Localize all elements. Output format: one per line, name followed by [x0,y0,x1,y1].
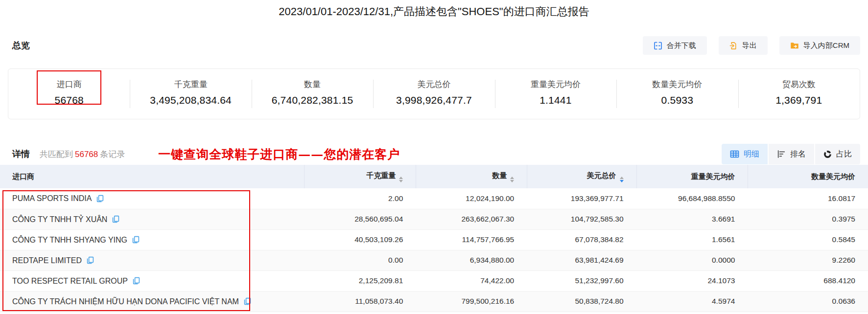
column-header[interactable]: 千克重量 [304,165,416,188]
match-count: 56768 [73,150,100,159]
import-crm-button[interactable]: 导入内部CRM [779,36,860,55]
tab-proportion-label: 占比 [836,149,852,159]
table-row[interactable]: CÔNG TY TRÁCH NHIỆM HỮU HẠN DONA PACIFIC… [0,291,868,312]
stat-value: 6,740,282,381.15 [252,94,373,106]
cell-usd: 104,792,585.30 [527,209,636,229]
export-button[interactable]: 导出 [719,36,768,55]
cell-usd_per_qty: 9.2260 [748,250,868,270]
cell-usd: 67,078,384.82 [527,229,636,250]
cell-kg: 28,560,695.04 [304,209,416,229]
copy-icon[interactable] [132,236,140,244]
stat-value: 1,369,791 [738,94,860,106]
import-crm-icon [790,42,799,49]
importer-table: 进口商千克重量数量美元总价重量美元均价数量美元均价 PUMA SPORTS IN… [0,165,868,312]
cell-kg: 11,058,073.40 [304,291,416,312]
table-row[interactable]: CÔNG TY TNHH TỶ XUÂN28,560,695.04263,662… [0,209,868,229]
import-report-page: 2023/01/01-2023/12/31,产品描述包含"SHOES"的进口商汇… [0,0,868,314]
stat-value: 1.1441 [495,94,616,106]
column-header[interactable]: 数量 [416,165,527,188]
cell-qty: 6,934,880.00 [416,250,527,270]
column-header: 进口商 [0,165,304,188]
cell-usd_per_kg: 4.5974 [636,291,748,312]
stat-label: 美元总价 [373,79,494,90]
column-header-label: 数量美元均价 [811,172,855,180]
export-button-label: 导出 [742,41,757,50]
pie-icon [823,150,832,158]
sort-arrows-icon[interactable] [510,177,514,182]
cell-kg: 40,503,109.26 [304,229,416,250]
cell-qty: 114,757,766.95 [416,229,527,250]
red-annotation-text: 一键查询全球鞋子进口商——您的潜在客户 [158,146,400,162]
details-bar: 详情 共匹配到56768条记录 一键查询全球鞋子进口商——您的潜在客户 明细排名… [12,143,860,165]
tab-detail-label: 明细 [744,149,759,159]
importer-name-cell: CÔNG TY TRÁCH NHIỆM HỮU HẠN DONA PACIFIC… [0,291,304,312]
stat-label: 数量美元均价 [616,79,738,90]
column-header[interactable]: 美元总价 [527,165,636,188]
overview-heading: 总览 [12,40,30,51]
summary-stats-panel: 进口商56768千克重量3,495,208,834.64数量6,740,282,… [8,68,860,119]
cell-qty: 263,662,067.30 [416,209,527,229]
column-header-label: 重量美元均价 [691,172,735,180]
stat-value: 0.5933 [616,94,738,106]
column-header: 数量美元均价 [748,165,868,188]
cell-usd_per_kg: 0.0000 [636,250,748,270]
importer-name[interactable]: CÔNG TY TNHH SHYANG YING [12,235,127,244]
cell-usd_per_qty: 0.5845 [748,229,868,250]
sort-arrows-icon[interactable] [399,177,403,182]
stat-card: 数量美元均价0.5933 [616,69,738,119]
stat-card: 千克重量3,495,208,834.64 [130,69,251,119]
match-suffix: 条记录 [100,150,125,159]
table-row[interactable]: PUMA SPORTS INDIA2.0012,024,190.00193,36… [0,188,868,209]
sort-arrows-icon[interactable] [620,177,624,182]
importer-name-cell: CÔNG TY TNHH SHYANG YING [0,229,304,250]
tab-proportion[interactable]: 占比 [815,144,860,164]
merge-download-icon [654,42,662,50]
importer-name-cell: CÔNG TY TNHH TỶ XUÂN [0,209,304,229]
merge-download-button-label: 合并下载 [667,41,696,50]
cell-qty: 12,024,190.00 [416,188,527,209]
copy-icon[interactable] [133,277,140,285]
stat-card: 重量美元均价1.1441 [495,69,616,119]
page-title: 2023/01/01-2023/12/31,产品描述包含"SHOES"的进口商汇… [0,4,868,19]
overview-bar: 总览 合并下载导出导入内部CRM [12,35,860,56]
action-buttons: 合并下载导出导入内部CRM [643,36,860,55]
column-header: 重量美元均价 [636,165,748,188]
column-header-label: 千克重量 [366,171,396,179]
stat-value: 3,495,208,834.64 [130,94,251,106]
cell-kg: 2.00 [304,188,416,209]
importer-name[interactable]: PUMA SPORTS INDIA [12,194,92,202]
details-heading: 详情 [12,148,30,160]
table-row[interactable]: TOO RESPECT RETAIL GROUP2,125,209.8174,4… [0,270,868,291]
table-row[interactable]: CÔNG TY TNHH SHYANG YING40,503,109.26114… [0,229,868,250]
table-row[interactable]: REDTAPE LIMITED0.006,934,880.0063,981,42… [0,250,868,270]
importer-name[interactable]: CÔNG TY TRÁCH NHIỆM HỮU HẠN DONA PACIFIC… [12,297,239,305]
merge-download-button[interactable]: 合并下载 [643,36,707,55]
match-prefix: 共匹配到 [40,150,73,159]
copy-icon[interactable] [244,297,251,305]
cell-qty: 74,422.00 [416,270,527,291]
copy-icon[interactable] [96,195,104,202]
tab-detail[interactable]: 明细 [722,144,768,164]
table-header-row: 进口商千克重量数量美元总价重量美元均价数量美元均价 [0,165,868,188]
importer-table-wrap: 进口商千克重量数量美元总价重量美元均价数量美元均价 PUMA SPORTS IN… [0,165,868,314]
column-header-label: 进口商 [12,172,34,180]
table-icon [730,150,739,158]
importer-name[interactable]: CÔNG TY TNHH TỶ XUÂN [12,215,107,223]
cell-usd_per_kg: 1.6561 [636,229,748,250]
cell-usd: 50,838,724.80 [527,291,636,312]
stat-label: 进口商 [8,79,130,90]
copy-icon[interactable] [112,215,119,223]
tab-ranking-label: 排名 [790,149,806,159]
importer-name[interactable]: REDTAPE LIMITED [12,256,82,264]
stat-label: 千克重量 [130,79,251,90]
tab-ranking[interactable]: 排名 [769,144,814,164]
cell-usd_per_qty: 0.3975 [748,209,868,229]
copy-icon[interactable] [87,256,94,264]
column-header-label: 数量 [492,171,507,179]
cell-usd_per_kg: 3.6691 [636,209,748,229]
cell-usd: 63,981,424.69 [527,250,636,270]
cell-usd_per_qty: 688.4120 [748,270,868,291]
importer-name[interactable]: TOO RESPECT RETAIL GROUP [12,276,128,285]
stat-label: 贸易次数 [738,79,860,90]
export-icon [729,42,738,50]
